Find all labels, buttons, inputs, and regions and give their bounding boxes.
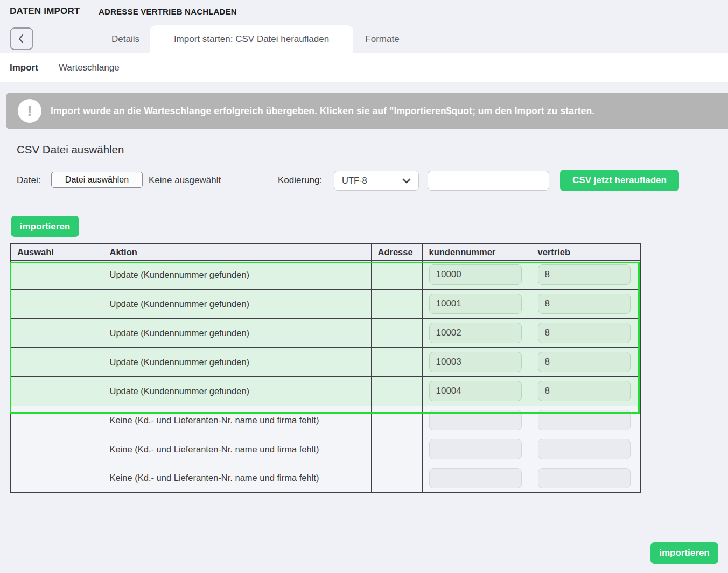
auswahl-cell xyxy=(10,289,103,318)
table-row: Update (Kundennummer gefunden) xyxy=(10,318,640,347)
auswahl-cell xyxy=(10,435,103,464)
adresse-cell xyxy=(371,406,422,435)
page: DATEN IMPORT ADRESSE VERTRIEB NACHLADEN … xyxy=(0,0,728,573)
kundennummer-input[interactable] xyxy=(429,352,522,372)
alert-banner: ! Import wurde an die Warteschlange erfo… xyxy=(6,93,728,129)
vertrieb-input[interactable] xyxy=(538,439,631,459)
page-title: DATEN IMPORT xyxy=(10,6,80,17)
subtab-import[interactable]: Import xyxy=(10,62,38,73)
adresse-cell xyxy=(371,260,422,289)
vertrieb-input[interactable] xyxy=(538,323,631,343)
aktion-cell: Keine (Kd.- und Lieferanten-Nr. name und… xyxy=(103,406,371,435)
column-header-vertrieb: vertrieb xyxy=(531,244,640,260)
table-header-row: Auswahl Aktion Adresse kundennummer vert… xyxy=(10,244,640,260)
tab-details[interactable]: Details xyxy=(101,25,150,53)
file-label: Datei: xyxy=(17,175,40,186)
kundennummer-input[interactable] xyxy=(429,381,522,401)
adresse-cell xyxy=(371,464,422,493)
import-preview-table: Auswahl Aktion Adresse kundennummer vert… xyxy=(10,243,640,493)
import-button-bottom[interactable]: importieren xyxy=(650,542,718,564)
encoding-selected-value: UTF-8 xyxy=(342,176,367,186)
chevron-down-icon xyxy=(402,178,411,184)
table-row: Keine (Kd.- und Lieferanten-Nr. name und… xyxy=(10,464,640,493)
kundennummer-input[interactable] xyxy=(429,323,522,343)
encoding-select[interactable]: UTF-8 xyxy=(334,171,419,191)
auswahl-cell xyxy=(10,318,103,347)
vertrieb-input[interactable] xyxy=(538,264,631,285)
tab-formate[interactable]: Formate xyxy=(355,25,409,53)
exclamation-icon: ! xyxy=(18,99,41,123)
auswahl-cell xyxy=(10,406,103,435)
aktion-cell: Update (Kundennummer gefunden) xyxy=(103,260,371,289)
table-row: Keine (Kd.- und Lieferanten-Nr. name und… xyxy=(10,406,640,435)
csv-text-input[interactable] xyxy=(428,171,549,191)
kundennummer-input[interactable] xyxy=(429,468,522,488)
kundennummer-input[interactable] xyxy=(429,439,522,459)
aktion-cell: Keine (Kd.- und Lieferanten-Nr. name und… xyxy=(103,435,371,464)
adresse-cell xyxy=(371,347,422,376)
table-row: Keine (Kd.- und Lieferanten-Nr. name und… xyxy=(10,435,640,464)
vertrieb-input[interactable] xyxy=(538,468,631,488)
column-header-kundennummer: kundennummer xyxy=(422,244,531,260)
aktion-cell: Keine (Kd.- und Lieferanten-Nr. name und… xyxy=(103,464,371,493)
encoding-label: Kodierung: xyxy=(278,175,322,186)
alert-message: Import wurde an die Warteschlange erfolg… xyxy=(51,106,594,117)
tab-bar: Details Import starten: CSV Datei herauf… xyxy=(0,25,728,53)
file-choose-button[interactable]: Datei auswählen xyxy=(51,172,143,188)
adresse-cell xyxy=(371,318,422,347)
file-status-text: Keine ausgewählt xyxy=(149,175,221,186)
section-heading: CSV Datei auswählen xyxy=(17,143,124,156)
back-button[interactable] xyxy=(10,27,33,50)
vertrieb-input[interactable] xyxy=(538,381,631,401)
column-header-aktion: Aktion xyxy=(103,244,371,260)
aktion-cell: Update (Kundennummer gefunden) xyxy=(103,376,371,406)
kundennummer-input[interactable] xyxy=(429,264,522,285)
vertrieb-input[interactable] xyxy=(538,410,631,430)
kundennummer-input[interactable] xyxy=(429,294,522,314)
csv-upload-button[interactable]: CSV jetzt heraufladen xyxy=(560,170,679,191)
auswahl-cell xyxy=(10,376,103,406)
table-row: Update (Kundennummer gefunden) xyxy=(10,289,640,318)
adresse-cell xyxy=(371,435,422,464)
column-header-adresse: Adresse xyxy=(371,244,422,260)
chevron-left-icon xyxy=(16,33,27,45)
table-row: Update (Kundennummer gefunden) xyxy=(10,260,640,289)
import-button-top[interactable]: importieren xyxy=(11,216,79,237)
adresse-cell xyxy=(371,376,422,406)
auswahl-cell xyxy=(10,464,103,493)
column-header-auswahl: Auswahl xyxy=(10,244,103,260)
auswahl-cell xyxy=(10,260,103,289)
tab-import-starten[interactable]: Import starten: CSV Datei heraufladen xyxy=(150,25,353,53)
aktion-cell: Update (Kundennummer gefunden) xyxy=(103,347,371,376)
auswahl-cell xyxy=(10,347,103,376)
table-row: Update (Kundennummer gefunden) xyxy=(10,376,640,406)
kundennummer-input[interactable] xyxy=(429,410,522,430)
adresse-cell xyxy=(371,289,422,318)
aktion-cell: Update (Kundennummer gefunden) xyxy=(103,289,371,318)
subtab-warteschlange[interactable]: Warteschlange xyxy=(59,62,120,73)
table-row: Update (Kundennummer gefunden) xyxy=(10,347,640,376)
page-subtitle: ADRESSE VERTRIEB NACHLADEN xyxy=(99,7,237,16)
vertrieb-input[interactable] xyxy=(538,352,631,372)
vertrieb-input[interactable] xyxy=(538,294,631,314)
subtab-bar: Import Warteschlange xyxy=(0,53,728,82)
aktion-cell: Update (Kundennummer gefunden) xyxy=(103,318,371,347)
